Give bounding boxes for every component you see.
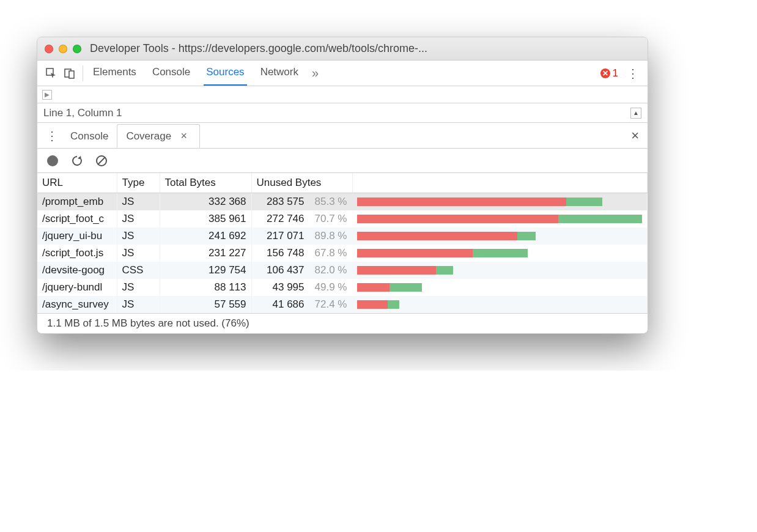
maximize-window-button[interactable] xyxy=(73,45,81,53)
cell-type: JS xyxy=(117,296,160,313)
drawer-tab-console[interactable]: Console xyxy=(62,125,117,147)
error-badge[interactable]: ✕ 1 xyxy=(600,67,618,79)
devtools-window: Developer Tools - https://developers.goo… xyxy=(37,37,648,334)
cell-bar xyxy=(352,210,648,227)
error-count: 1 xyxy=(613,67,618,79)
editor-status-line: Line 1, Column 1 ▲ xyxy=(37,103,648,123)
table-row[interactable]: /devsite-googCSS129 754106 43782.0 % xyxy=(37,262,648,279)
settings-menu-icon[interactable]: ⋮ xyxy=(623,66,643,81)
coverage-footer: 1.1 MB of 1.5 MB bytes are not used. (76… xyxy=(37,313,648,333)
close-tab-icon[interactable]: × xyxy=(177,130,191,142)
error-icon: ✕ xyxy=(600,68,610,78)
cell-url: /async_survey xyxy=(37,296,117,313)
cell-unused: 272 74670.7 % xyxy=(252,210,353,227)
drawer-tab-coverage[interactable]: Coverage × xyxy=(117,124,200,148)
cell-bar xyxy=(352,193,648,211)
cursor-position: Line 1, Column 1 xyxy=(43,107,122,119)
drawer-close-icon[interactable]: × xyxy=(627,128,643,144)
cell-total: 57 559 xyxy=(160,296,251,313)
cell-url: /jquery_ui-bu xyxy=(37,227,117,245)
table-row[interactable]: /jquery-bundlJS88 11343 99549.9 % xyxy=(37,279,648,296)
table-row[interactable]: /prompt_embJS332 368283 57585.3 % xyxy=(37,193,648,211)
coverage-table: URL Type Total Bytes Unused Bytes /promp… xyxy=(37,173,648,313)
panel-tabs: Elements Console Sources Network » xyxy=(90,61,600,86)
cell-bar xyxy=(352,245,648,262)
cell-unused: 106 43782.0 % xyxy=(252,262,353,279)
header-bar[interactable] xyxy=(352,173,648,193)
cell-unused: 283 57585.3 % xyxy=(252,193,353,210)
more-tabs-icon[interactable]: » xyxy=(312,66,319,80)
inspect-element-icon[interactable] xyxy=(42,64,61,83)
cell-bar xyxy=(352,296,648,313)
titlebar: Developer Tools - https://developers.goo… xyxy=(37,37,648,61)
svg-line-4 xyxy=(98,157,105,164)
cell-total: 231 227 xyxy=(160,245,251,262)
tab-elements[interactable]: Elements xyxy=(90,61,139,86)
cell-total: 332 368 xyxy=(160,193,251,211)
minimize-window-button[interactable] xyxy=(59,45,67,53)
cell-url: /script_foot_c xyxy=(37,210,117,227)
header-total[interactable]: Total Bytes xyxy=(160,173,251,193)
drawer-menu-icon[interactable]: ⋮ xyxy=(42,128,62,143)
tab-console[interactable]: Console xyxy=(150,61,193,86)
table-row[interactable]: /script_foot_cJS385 961272 74670.7 % xyxy=(37,210,648,227)
cell-bar xyxy=(352,262,648,279)
coverage-toolbar xyxy=(37,149,648,173)
window-title: Developer Tools - https://developers.goo… xyxy=(90,42,427,55)
cell-type: JS xyxy=(117,227,160,245)
cell-unused: 41 68672.4 % xyxy=(252,296,353,313)
cell-unused: 217 07189.8 % xyxy=(252,227,353,245)
traffic-lights xyxy=(45,45,81,53)
table-row[interactable]: /async_surveyJS57 55941 68672.4 % xyxy=(37,296,648,313)
cell-url: /prompt_emb xyxy=(37,193,117,211)
cell-type: CSS xyxy=(117,262,160,279)
cell-total: 241 692 xyxy=(160,227,251,245)
tab-sources[interactable]: Sources xyxy=(204,61,246,86)
device-toolbar-icon[interactable] xyxy=(61,64,79,83)
cell-bar xyxy=(352,227,648,245)
table-row[interactable]: /script_foot.jsJS231 227156 74867.8 % xyxy=(37,245,648,262)
drawer-tabs: ⋮ Console Coverage × × xyxy=(37,123,648,149)
header-unused[interactable]: Unused Bytes xyxy=(251,173,352,193)
cell-type: JS xyxy=(117,245,160,262)
header-type[interactable]: Type xyxy=(117,173,160,193)
cell-type: JS xyxy=(117,279,160,296)
table-row[interactable]: /jquery_ui-buJS241 692217 07189.8 % xyxy=(37,227,648,245)
editor-tabstrip: ▶ xyxy=(37,86,648,103)
cell-unused: 43 99549.9 % xyxy=(252,279,353,296)
main-toolbar: Elements Console Sources Network » ✕ 1 ⋮ xyxy=(37,61,648,86)
record-icon xyxy=(47,155,58,166)
reload-button[interactable] xyxy=(69,153,85,169)
record-button[interactable] xyxy=(45,153,61,169)
clear-button[interactable] xyxy=(94,153,109,169)
cell-total: 385 961 xyxy=(160,210,251,227)
header-url[interactable]: URL xyxy=(37,173,117,193)
cell-url: /devsite-goog xyxy=(37,262,117,279)
table-header-row: URL Type Total Bytes Unused Bytes xyxy=(37,173,648,193)
separator xyxy=(83,65,83,81)
cell-type: JS xyxy=(117,193,160,211)
svg-rect-2 xyxy=(69,71,74,78)
cell-url: /jquery-bundl xyxy=(37,279,117,296)
cell-url: /script_foot.js xyxy=(37,245,117,262)
cell-total: 129 754 xyxy=(160,262,251,279)
cell-bar xyxy=(352,279,648,296)
navigator-toggle-icon[interactable]: ▶ xyxy=(42,90,52,100)
collapse-editor-icon[interactable]: ▲ xyxy=(630,108,641,119)
cell-unused: 156 74867.8 % xyxy=(252,245,353,262)
tab-network[interactable]: Network xyxy=(258,61,301,86)
close-window-button[interactable] xyxy=(45,45,53,53)
cell-type: JS xyxy=(117,210,160,227)
drawer-tab-coverage-label: Coverage xyxy=(126,130,171,142)
cell-total: 88 113 xyxy=(160,279,251,296)
